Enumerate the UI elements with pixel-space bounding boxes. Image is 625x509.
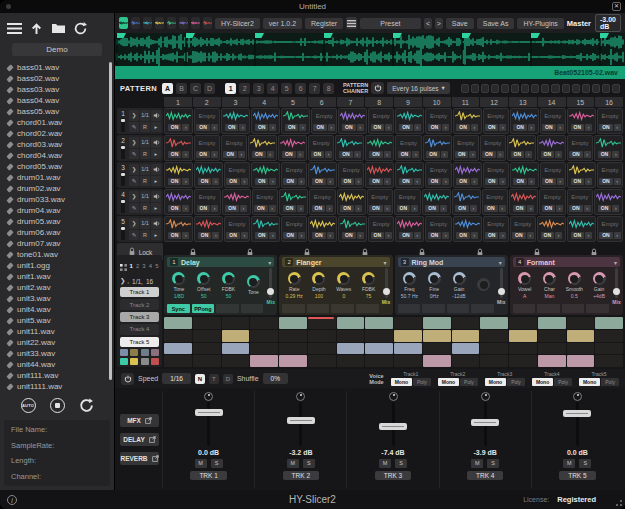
random-button[interactable]: R (140, 122, 150, 133)
step-next-button[interactable]: › (212, 178, 219, 185)
file-item[interactable]: unit5.wav (7, 315, 106, 326)
track-level-slider[interactable] (121, 199, 125, 213)
slice-grid-cell[interactable] (423, 355, 451, 367)
step-cell[interactable]: ON› (279, 189, 308, 215)
step-cell[interactable]: EmptyON› (224, 162, 250, 188)
step-on-button[interactable]: ON (599, 232, 613, 239)
chainer-power-button[interactable] (371, 82, 384, 94)
step-on-button[interactable]: ON (312, 232, 326, 239)
slice-grid-cell[interactable] (337, 343, 365, 355)
step-next-button[interactable]: › (528, 178, 535, 185)
track-select-button[interactable]: Track 2 (120, 299, 159, 309)
step-next-button[interactable]: › (440, 205, 447, 212)
fx-option-button[interactable] (537, 304, 560, 313)
volume-fader[interactable] (532, 402, 623, 446)
slice-grid-cell[interactable] (567, 343, 595, 355)
fx-knob[interactable]: VowelA (513, 272, 537, 299)
step-next-button[interactable]: › (471, 232, 478, 239)
step-cell[interactable]: EmptyON› (281, 216, 307, 242)
chain-step[interactable] (562, 84, 570, 93)
step-cell[interactable]: ON› (251, 108, 280, 134)
step-on-button[interactable]: ON (255, 232, 269, 239)
step-on-button[interactable]: ON (398, 151, 412, 158)
refresh-icon[interactable] (74, 22, 87, 35)
step-on-button[interactable]: ON (399, 124, 413, 131)
step-on-button[interactable]: ON (542, 124, 556, 131)
slice-grid-cell[interactable] (193, 317, 221, 329)
volume-fader[interactable] (163, 402, 254, 446)
save-as-button[interactable]: Save As (477, 18, 515, 29)
step-next-button[interactable]: › (499, 205, 506, 212)
file-item[interactable]: drum07.wav (7, 238, 106, 249)
poly-button[interactable]: Poly (507, 378, 525, 386)
step-on-button[interactable]: ON (196, 124, 210, 131)
file-item[interactable]: drum06.wav (7, 227, 106, 238)
file-item[interactable]: unit1.ogg (7, 260, 106, 271)
fx-mix-slider[interactable]: Mix (613, 268, 620, 305)
pattern-bank-C[interactable]: C (190, 83, 201, 94)
step-on-button[interactable]: ON (369, 178, 383, 185)
knob-dial[interactable] (428, 272, 441, 285)
fx-mix-slider[interactable]: Mix (267, 268, 274, 305)
pan-knob[interactable] (481, 392, 490, 401)
step-on-button[interactable]: ON (198, 178, 212, 185)
step-cell[interactable]: EmptyON› (567, 189, 594, 215)
hy-plugins-button[interactable]: HY-Plugins (517, 18, 563, 29)
fx-tab-1[interactable]: 1 (129, 263, 133, 269)
solo-button[interactable]: S (211, 459, 223, 468)
step-on-button[interactable]: ON (196, 151, 210, 158)
division-t-button[interactable]: T (209, 374, 219, 384)
slice-grid-cell[interactable] (595, 330, 623, 342)
step-cell[interactable]: ON› (281, 108, 310, 134)
step-next-button[interactable]: › (556, 205, 563, 212)
step-cell[interactable]: EmptyON› (368, 216, 394, 242)
step-next-button[interactable]: › (499, 232, 506, 239)
edit-icon[interactable]: ✎ (129, 149, 139, 160)
mute-button[interactable]: M (379, 459, 391, 468)
fx-knob[interactable]: Gain+4dB (587, 272, 611, 299)
step-next-button[interactable]: › (469, 151, 476, 158)
step-next-button[interactable]: › (385, 124, 392, 131)
chain-step[interactable] (572, 84, 580, 93)
color-swatch[interactable] (141, 358, 149, 365)
step-cell[interactable]: EmptyON› (483, 162, 509, 188)
step-on-button[interactable]: ON (168, 151, 182, 158)
step-next-button[interactable]: › (527, 232, 534, 239)
chevron-down-icon[interactable]: ▾ (614, 259, 617, 266)
step-on-button[interactable]: ON (455, 151, 469, 158)
chain-step[interactable] (471, 84, 479, 93)
step-cell[interactable]: EmptyON› (510, 216, 536, 242)
step-on-button[interactable]: ON (397, 205, 411, 212)
step-cell[interactable]: ON› (365, 135, 394, 161)
step-on-button[interactable]: ON (168, 124, 182, 131)
step-next-button[interactable]: › (585, 124, 592, 131)
file-item[interactable]: bass02.wav (7, 73, 106, 84)
fx-option-button[interactable] (356, 304, 379, 313)
fx-option-button[interactable] (562, 304, 585, 313)
fx-option-button[interactable] (216, 304, 239, 313)
fx-knob[interactable]: FDBK75 (357, 272, 381, 299)
step-next-button[interactable]: › (298, 178, 305, 185)
step-next-button[interactable]: › (269, 232, 276, 239)
step-on-button[interactable]: ON (485, 178, 499, 185)
slice-grid-cell[interactable] (567, 317, 595, 329)
mute-button[interactable]: M (563, 459, 575, 468)
step-on-button[interactable]: ON (569, 205, 583, 212)
slice-grid-cell[interactable] (164, 343, 192, 355)
step-on-button[interactable]: ON (456, 178, 470, 185)
track-level-slider[interactable] (121, 118, 125, 132)
resize-grip[interactable] (613, 497, 622, 506)
slice-grid-cell[interactable] (452, 317, 480, 329)
fader-handle[interactable] (379, 423, 407, 430)
rate-button[interactable]: 1/1 (140, 191, 150, 202)
step-next-button[interactable]: › (354, 151, 361, 158)
step-next-button[interactable]: › (528, 124, 535, 131)
fx-option-button[interactable] (331, 304, 354, 313)
track-select-button[interactable]: Track 3 (120, 312, 159, 322)
step-next-button[interactable]: › (584, 151, 591, 158)
file-item[interactable]: unit22.wav (7, 337, 106, 348)
fx-option-button[interactable] (422, 304, 445, 313)
slicer-preset-icon[interactable] (155, 17, 164, 29)
register-button[interactable]: Register (305, 18, 343, 29)
slice-grid-cell[interactable] (423, 330, 451, 342)
